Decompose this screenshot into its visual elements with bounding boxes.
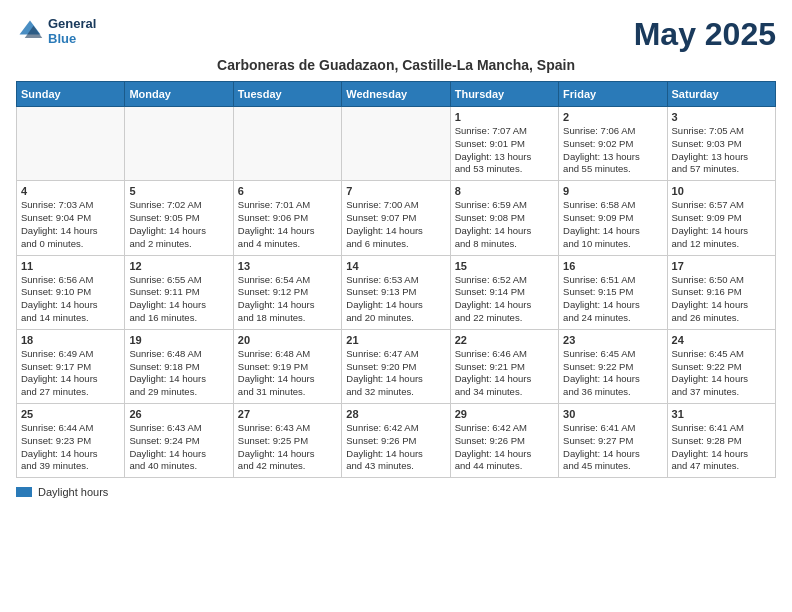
legend-label: Daylight hours xyxy=(38,486,108,498)
calendar-cell xyxy=(233,107,341,181)
calendar-day-header: Wednesday xyxy=(342,82,450,107)
calendar-week-row: 4Sunrise: 7:03 AM Sunset: 9:04 PM Daylig… xyxy=(17,181,776,255)
page-subtitle: Carboneras de Guadazaon, Castille-La Man… xyxy=(16,57,776,73)
calendar-header-row: SundayMondayTuesdayWednesdayThursdayFrid… xyxy=(17,82,776,107)
logo-text: General Blue xyxy=(48,16,96,46)
calendar-day-header: Sunday xyxy=(17,82,125,107)
calendar-cell: 12Sunrise: 6:55 AM Sunset: 9:11 PM Dayli… xyxy=(125,255,233,329)
calendar-cell: 21Sunrise: 6:47 AM Sunset: 9:20 PM Dayli… xyxy=(342,329,450,403)
day-info: Sunrise: 6:57 AM Sunset: 9:09 PM Dayligh… xyxy=(672,199,771,250)
calendar-cell: 3Sunrise: 7:05 AM Sunset: 9:03 PM Daylig… xyxy=(667,107,775,181)
day-info: Sunrise: 7:01 AM Sunset: 9:06 PM Dayligh… xyxy=(238,199,337,250)
calendar-cell: 25Sunrise: 6:44 AM Sunset: 9:23 PM Dayli… xyxy=(17,404,125,478)
day-info: Sunrise: 6:48 AM Sunset: 9:18 PM Dayligh… xyxy=(129,348,228,399)
calendar-cell xyxy=(342,107,450,181)
day-info: Sunrise: 7:02 AM Sunset: 9:05 PM Dayligh… xyxy=(129,199,228,250)
calendar-cell: 24Sunrise: 6:45 AM Sunset: 9:22 PM Dayli… xyxy=(667,329,775,403)
calendar-cell: 8Sunrise: 6:59 AM Sunset: 9:08 PM Daylig… xyxy=(450,181,558,255)
day-number: 26 xyxy=(129,408,228,420)
page-title: May 2025 xyxy=(634,16,776,53)
day-info: Sunrise: 6:55 AM Sunset: 9:11 PM Dayligh… xyxy=(129,274,228,325)
calendar-table: SundayMondayTuesdayWednesdayThursdayFrid… xyxy=(16,81,776,478)
page-header: General Blue May 2025 xyxy=(16,16,776,53)
calendar-cell: 30Sunrise: 6:41 AM Sunset: 9:27 PM Dayli… xyxy=(559,404,667,478)
day-info: Sunrise: 6:48 AM Sunset: 9:19 PM Dayligh… xyxy=(238,348,337,399)
legend-color-box xyxy=(16,487,32,497)
day-number: 4 xyxy=(21,185,120,197)
day-info: Sunrise: 6:51 AM Sunset: 9:15 PM Dayligh… xyxy=(563,274,662,325)
logo-icon xyxy=(16,17,44,45)
day-info: Sunrise: 6:45 AM Sunset: 9:22 PM Dayligh… xyxy=(672,348,771,399)
calendar-cell: 17Sunrise: 6:50 AM Sunset: 9:16 PM Dayli… xyxy=(667,255,775,329)
day-number: 27 xyxy=(238,408,337,420)
day-number: 14 xyxy=(346,260,445,272)
calendar-cell: 31Sunrise: 6:41 AM Sunset: 9:28 PM Dayli… xyxy=(667,404,775,478)
calendar-cell: 1Sunrise: 7:07 AM Sunset: 9:01 PM Daylig… xyxy=(450,107,558,181)
day-number: 16 xyxy=(563,260,662,272)
day-number: 18 xyxy=(21,334,120,346)
day-number: 13 xyxy=(238,260,337,272)
calendar-cell: 22Sunrise: 6:46 AM Sunset: 9:21 PM Dayli… xyxy=(450,329,558,403)
day-info: Sunrise: 7:05 AM Sunset: 9:03 PM Dayligh… xyxy=(672,125,771,176)
legend: Daylight hours xyxy=(16,486,776,498)
calendar-day-header: Tuesday xyxy=(233,82,341,107)
day-number: 2 xyxy=(563,111,662,123)
calendar-cell: 18Sunrise: 6:49 AM Sunset: 9:17 PM Dayli… xyxy=(17,329,125,403)
day-info: Sunrise: 6:44 AM Sunset: 9:23 PM Dayligh… xyxy=(21,422,120,473)
day-info: Sunrise: 6:46 AM Sunset: 9:21 PM Dayligh… xyxy=(455,348,554,399)
day-info: Sunrise: 6:42 AM Sunset: 9:26 PM Dayligh… xyxy=(455,422,554,473)
day-number: 20 xyxy=(238,334,337,346)
day-number: 21 xyxy=(346,334,445,346)
calendar-cell: 10Sunrise: 6:57 AM Sunset: 9:09 PM Dayli… xyxy=(667,181,775,255)
day-number: 23 xyxy=(563,334,662,346)
day-info: Sunrise: 6:49 AM Sunset: 9:17 PM Dayligh… xyxy=(21,348,120,399)
day-info: Sunrise: 6:43 AM Sunset: 9:25 PM Dayligh… xyxy=(238,422,337,473)
day-number: 24 xyxy=(672,334,771,346)
day-info: Sunrise: 6:47 AM Sunset: 9:20 PM Dayligh… xyxy=(346,348,445,399)
calendar-cell: 6Sunrise: 7:01 AM Sunset: 9:06 PM Daylig… xyxy=(233,181,341,255)
calendar-cell xyxy=(125,107,233,181)
day-number: 9 xyxy=(563,185,662,197)
day-info: Sunrise: 6:42 AM Sunset: 9:26 PM Dayligh… xyxy=(346,422,445,473)
calendar-cell: 29Sunrise: 6:42 AM Sunset: 9:26 PM Dayli… xyxy=(450,404,558,478)
day-info: Sunrise: 6:52 AM Sunset: 9:14 PM Dayligh… xyxy=(455,274,554,325)
day-info: Sunrise: 6:54 AM Sunset: 9:12 PM Dayligh… xyxy=(238,274,337,325)
calendar-week-row: 18Sunrise: 6:49 AM Sunset: 9:17 PM Dayli… xyxy=(17,329,776,403)
day-info: Sunrise: 7:00 AM Sunset: 9:07 PM Dayligh… xyxy=(346,199,445,250)
day-info: Sunrise: 7:06 AM Sunset: 9:02 PM Dayligh… xyxy=(563,125,662,176)
day-info: Sunrise: 6:41 AM Sunset: 9:28 PM Dayligh… xyxy=(672,422,771,473)
day-info: Sunrise: 6:53 AM Sunset: 9:13 PM Dayligh… xyxy=(346,274,445,325)
calendar-cell: 19Sunrise: 6:48 AM Sunset: 9:18 PM Dayli… xyxy=(125,329,233,403)
day-number: 31 xyxy=(672,408,771,420)
calendar-day-header: Monday xyxy=(125,82,233,107)
calendar-cell: 4Sunrise: 7:03 AM Sunset: 9:04 PM Daylig… xyxy=(17,181,125,255)
calendar-cell: 23Sunrise: 6:45 AM Sunset: 9:22 PM Dayli… xyxy=(559,329,667,403)
day-number: 7 xyxy=(346,185,445,197)
day-number: 22 xyxy=(455,334,554,346)
day-info: Sunrise: 6:56 AM Sunset: 9:10 PM Dayligh… xyxy=(21,274,120,325)
calendar-cell: 27Sunrise: 6:43 AM Sunset: 9:25 PM Dayli… xyxy=(233,404,341,478)
day-number: 10 xyxy=(672,185,771,197)
calendar-week-row: 25Sunrise: 6:44 AM Sunset: 9:23 PM Dayli… xyxy=(17,404,776,478)
day-info: Sunrise: 6:59 AM Sunset: 9:08 PM Dayligh… xyxy=(455,199,554,250)
day-info: Sunrise: 6:50 AM Sunset: 9:16 PM Dayligh… xyxy=(672,274,771,325)
calendar-cell: 26Sunrise: 6:43 AM Sunset: 9:24 PM Dayli… xyxy=(125,404,233,478)
calendar-cell: 16Sunrise: 6:51 AM Sunset: 9:15 PM Dayli… xyxy=(559,255,667,329)
calendar-cell: 11Sunrise: 6:56 AM Sunset: 9:10 PM Dayli… xyxy=(17,255,125,329)
calendar-cell: 9Sunrise: 6:58 AM Sunset: 9:09 PM Daylig… xyxy=(559,181,667,255)
day-number: 6 xyxy=(238,185,337,197)
day-number: 12 xyxy=(129,260,228,272)
day-number: 19 xyxy=(129,334,228,346)
calendar-cell: 13Sunrise: 6:54 AM Sunset: 9:12 PM Dayli… xyxy=(233,255,341,329)
day-number: 8 xyxy=(455,185,554,197)
calendar-cell xyxy=(17,107,125,181)
day-info: Sunrise: 6:45 AM Sunset: 9:22 PM Dayligh… xyxy=(563,348,662,399)
calendar-week-row: 1Sunrise: 7:07 AM Sunset: 9:01 PM Daylig… xyxy=(17,107,776,181)
day-number: 11 xyxy=(21,260,120,272)
day-info: Sunrise: 7:07 AM Sunset: 9:01 PM Dayligh… xyxy=(455,125,554,176)
calendar-cell: 14Sunrise: 6:53 AM Sunset: 9:13 PM Dayli… xyxy=(342,255,450,329)
day-number: 17 xyxy=(672,260,771,272)
day-number: 1 xyxy=(455,111,554,123)
day-info: Sunrise: 6:43 AM Sunset: 9:24 PM Dayligh… xyxy=(129,422,228,473)
logo: General Blue xyxy=(16,16,96,46)
